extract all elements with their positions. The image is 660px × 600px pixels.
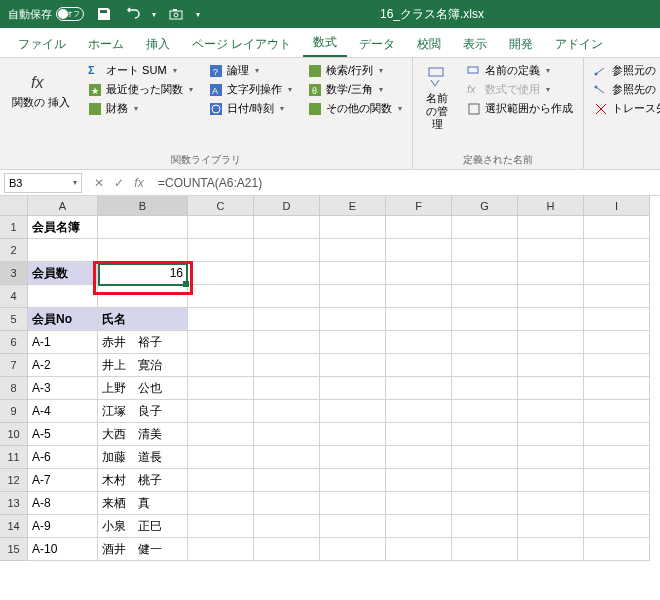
cell-A2[interactable] — [28, 239, 98, 262]
cell-H5[interactable] — [518, 308, 584, 331]
cell-H8[interactable] — [518, 377, 584, 400]
worksheet-grid[interactable]: ABCDEFGHI1会員名簿23会員数1645会員No氏名6A-1赤井 裕子7A… — [0, 196, 660, 561]
fx-icon[interactable]: fx — [132, 176, 146, 190]
autosave-toggle[interactable]: 自動保存 オフ — [8, 7, 84, 22]
cell-I7[interactable] — [584, 354, 650, 377]
toggle-switch[interactable]: オフ — [56, 7, 84, 21]
cell-E7[interactable] — [320, 354, 386, 377]
row-header-10[interactable]: 10 — [0, 423, 28, 446]
column-header-I[interactable]: I — [584, 196, 650, 216]
cell-G6[interactable] — [452, 331, 518, 354]
cell-G7[interactable] — [452, 354, 518, 377]
cell-D11[interactable] — [254, 446, 320, 469]
cell-I15[interactable] — [584, 538, 650, 561]
cell-B12[interactable]: 木村 桃子 — [98, 469, 188, 492]
name-manager-button[interactable]: 名前 の管理 — [419, 62, 455, 136]
cell-C3[interactable] — [188, 262, 254, 285]
cell-C15[interactable] — [188, 538, 254, 561]
row-header-15[interactable]: 15 — [0, 538, 28, 561]
cell-D9[interactable] — [254, 400, 320, 423]
datetime-button[interactable]: 日付/時刻▾ — [205, 100, 296, 117]
use-in-formula-button[interactable]: fx数式で使用▾ — [463, 81, 577, 98]
cell-C2[interactable] — [188, 239, 254, 262]
cell-F5[interactable] — [386, 308, 452, 331]
cell-E5[interactable] — [320, 308, 386, 331]
cell-G2[interactable] — [452, 239, 518, 262]
cell-G8[interactable] — [452, 377, 518, 400]
cell-F13[interactable] — [386, 492, 452, 515]
cell-C6[interactable] — [188, 331, 254, 354]
cell-D14[interactable] — [254, 515, 320, 538]
cell-H7[interactable] — [518, 354, 584, 377]
cell-I10[interactable] — [584, 423, 650, 446]
cell-F8[interactable] — [386, 377, 452, 400]
cell-H11[interactable] — [518, 446, 584, 469]
cell-A9[interactable]: A-4 — [28, 400, 98, 423]
cell-D8[interactable] — [254, 377, 320, 400]
cell-H14[interactable] — [518, 515, 584, 538]
cell-E15[interactable] — [320, 538, 386, 561]
cell-A7[interactable]: A-2 — [28, 354, 98, 377]
cell-D5[interactable] — [254, 308, 320, 331]
cell-C12[interactable] — [188, 469, 254, 492]
cell-I2[interactable] — [584, 239, 650, 262]
define-name-button[interactable]: 名前の定義▾ — [463, 62, 577, 79]
cell-F14[interactable] — [386, 515, 452, 538]
undo-icon[interactable] — [124, 6, 140, 22]
row-header-2[interactable]: 2 — [0, 239, 28, 262]
cell-E2[interactable] — [320, 239, 386, 262]
cell-G9[interactable] — [452, 400, 518, 423]
cell-H3[interactable] — [518, 262, 584, 285]
cell-B8[interactable]: 上野 公也 — [98, 377, 188, 400]
cell-A12[interactable]: A-7 — [28, 469, 98, 492]
cell-I14[interactable] — [584, 515, 650, 538]
cell-G13[interactable] — [452, 492, 518, 515]
lookup-button[interactable]: 検索/行列▾ — [304, 62, 406, 79]
cell-F15[interactable] — [386, 538, 452, 561]
math-button[interactable]: θ数学/三角▾ — [304, 81, 406, 98]
row-header-9[interactable]: 9 — [0, 400, 28, 423]
cell-C1[interactable] — [188, 216, 254, 239]
cell-G12[interactable] — [452, 469, 518, 492]
qat-dropdown-2[interactable]: ▾ — [196, 10, 200, 19]
cell-I5[interactable] — [584, 308, 650, 331]
cell-C4[interactable] — [188, 285, 254, 308]
cell-E13[interactable] — [320, 492, 386, 515]
row-header-12[interactable]: 12 — [0, 469, 28, 492]
cell-I1[interactable] — [584, 216, 650, 239]
save-icon[interactable] — [96, 6, 112, 22]
cell-E6[interactable] — [320, 331, 386, 354]
cell-A15[interactable]: A-10 — [28, 538, 98, 561]
cell-H12[interactable] — [518, 469, 584, 492]
cell-I13[interactable] — [584, 492, 650, 515]
remove-arrows-button[interactable]: トレース矢印の — [590, 100, 660, 117]
name-box[interactable]: B3▾ — [4, 173, 82, 193]
cell-B1[interactable] — [98, 216, 188, 239]
cell-D2[interactable] — [254, 239, 320, 262]
row-header-13[interactable]: 13 — [0, 492, 28, 515]
cell-G14[interactable] — [452, 515, 518, 538]
column-header-G[interactable]: G — [452, 196, 518, 216]
cell-H9[interactable] — [518, 400, 584, 423]
cell-C8[interactable] — [188, 377, 254, 400]
cell-F2[interactable] — [386, 239, 452, 262]
tab-view[interactable]: 表示 — [453, 30, 497, 57]
cell-A1[interactable]: 会員名簿 — [28, 216, 98, 239]
cell-E10[interactable] — [320, 423, 386, 446]
cell-D15[interactable] — [254, 538, 320, 561]
recent-functions-button[interactable]: ★最近使った関数▾ — [84, 81, 197, 98]
cell-B7[interactable]: 井上 寛治 — [98, 354, 188, 377]
cell-G15[interactable] — [452, 538, 518, 561]
row-header-7[interactable]: 7 — [0, 354, 28, 377]
cell-F10[interactable] — [386, 423, 452, 446]
cell-H1[interactable] — [518, 216, 584, 239]
cell-C10[interactable] — [188, 423, 254, 446]
cell-B9[interactable]: 江塚 良子 — [98, 400, 188, 423]
tab-file[interactable]: ファイル — [8, 30, 76, 57]
column-header-A[interactable]: A — [28, 196, 98, 216]
cell-D7[interactable] — [254, 354, 320, 377]
cancel-icon[interactable]: ✕ — [92, 176, 106, 190]
cell-A14[interactable]: A-9 — [28, 515, 98, 538]
cell-B3[interactable]: 16 — [98, 262, 188, 285]
cell-E9[interactable] — [320, 400, 386, 423]
